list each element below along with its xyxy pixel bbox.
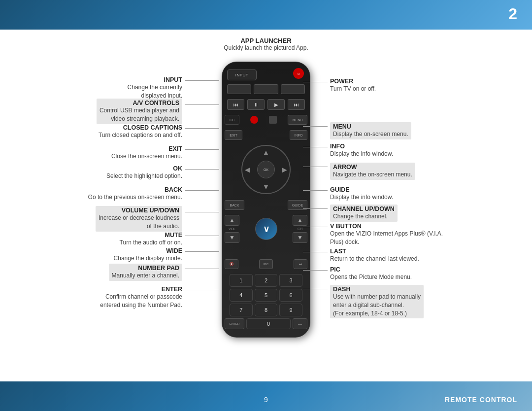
input-ann-line bbox=[185, 80, 219, 81]
channel-ann-desc: Change the channel. bbox=[333, 212, 395, 221]
pause-button[interactable]: ⏸ bbox=[247, 99, 265, 110]
dash-button[interactable]: — bbox=[293, 318, 307, 329]
info-button[interactable]: INFO bbox=[290, 130, 307, 140]
wide-ann-line bbox=[185, 251, 219, 252]
exit-info-row: EXIT INFO bbox=[225, 130, 307, 140]
menu-ann-desc: Display the on-screen menu. bbox=[333, 130, 408, 138]
num-3-button[interactable]: 3 bbox=[279, 274, 302, 287]
cc-row: CC MENU bbox=[225, 115, 307, 125]
annotation-exit: EXIT Close the on-screen menu. bbox=[10, 145, 182, 161]
num-4-button[interactable]: 4 bbox=[230, 289, 253, 302]
back-ann-title: BACK bbox=[10, 186, 182, 193]
menu-button[interactable]: MENU bbox=[288, 115, 307, 125]
numpad-ann-line bbox=[185, 269, 219, 269]
volume-down-button[interactable]: ▼ bbox=[225, 232, 239, 243]
cc-button[interactable]: CC bbox=[225, 115, 239, 125]
pic-ann-line bbox=[303, 270, 328, 271]
guide-ann-title: GUIDE bbox=[330, 186, 507, 193]
exit-ann-title: EXIT bbox=[10, 145, 182, 152]
top-btn-2[interactable] bbox=[254, 84, 278, 94]
app-launcher-desc: Quickly launch the pictured App. bbox=[224, 44, 308, 51]
wide-ann-title: WIDE bbox=[10, 247, 182, 254]
back-button[interactable]: BACK bbox=[225, 200, 244, 210]
input-ann-desc: Change the currentlydisplayed input. bbox=[10, 83, 182, 100]
back-ann-desc: Go to the previous on-screen menu. bbox=[10, 193, 182, 202]
wide-button[interactable]: PIC bbox=[259, 259, 273, 269]
annotation-vbutton: V BUTTON Open the VIZIO Internet Apps Pl… bbox=[330, 223, 507, 246]
ok-ann-title: OK bbox=[10, 165, 182, 172]
dash-ann-line bbox=[303, 289, 328, 289]
num-9-button[interactable]: 9 bbox=[279, 304, 302, 316]
vbutton-ann-line bbox=[303, 227, 328, 227]
volume-up-button[interactable]: ▲ bbox=[225, 215, 239, 226]
cc-ann-title: CLOSED CAPTIONS bbox=[10, 124, 182, 131]
mute-button[interactable]: 🔇 bbox=[225, 259, 238, 269]
last-ann-title: LAST bbox=[330, 248, 507, 255]
stop-button[interactable] bbox=[269, 116, 277, 124]
record-button[interactable] bbox=[250, 116, 258, 124]
power-ann-line bbox=[303, 82, 328, 82]
av-ann-line bbox=[185, 104, 219, 105]
power-button[interactable]: ○ bbox=[293, 68, 304, 79]
num-2-button[interactable]: 2 bbox=[255, 274, 278, 287]
numpad-ann-title: NUMBER PAD bbox=[112, 265, 179, 272]
enter-ann-line bbox=[185, 290, 219, 290]
annotation-volume: VOLUME UP/DOWN Increase or decrease loud… bbox=[10, 206, 182, 232]
av-ann-desc: Control USB media player andvideo stream… bbox=[100, 106, 179, 123]
enter-button[interactable]: ENTER bbox=[225, 318, 244, 329]
last-ann-desc: Return to the channel last viewed. bbox=[330, 255, 507, 263]
annotation-info: INFO Display the info window. bbox=[330, 143, 507, 158]
enter-ann-title: ENTER bbox=[10, 286, 182, 293]
num-6-button[interactable]: 6 bbox=[279, 289, 302, 302]
num-8-button[interactable]: 8 bbox=[255, 304, 278, 316]
playback-row: ⏮ ⏸ ▶ ⏭ bbox=[227, 99, 305, 110]
remote-control-label: REMOTE CONTROL bbox=[445, 396, 517, 404]
mute-ann-title: MUTE bbox=[10, 232, 182, 239]
annotation-guide: GUIDE Display the info window. bbox=[330, 186, 507, 202]
pic-ann-desc: Opens the Picture Mode menu. bbox=[330, 273, 507, 281]
vol-ann-desc: Increase or decrease loudnessof the audi… bbox=[99, 214, 179, 231]
v-button[interactable]: ∨ bbox=[255, 218, 277, 240]
fast-forward-button[interactable]: ⏭ bbox=[288, 99, 305, 110]
arrow-ann-line bbox=[303, 167, 328, 167]
annotation-dash: DASH Use with number pad to manuallyente… bbox=[330, 285, 507, 318]
input-label: INPUT bbox=[235, 73, 249, 77]
exit-button[interactable]: EXIT bbox=[225, 130, 242, 140]
bottom-bar: REMOTE CONTROL 9 bbox=[0, 381, 532, 411]
annotation-cc: CLOSED CAPTIONS Turn closed captions on … bbox=[10, 124, 182, 139]
num-0-button[interactable]: 0 bbox=[246, 318, 291, 329]
channel-down-button[interactable]: ▼ bbox=[293, 232, 307, 243]
arrow-left-button[interactable]: ◀ bbox=[245, 166, 250, 173]
arrow-pad: ▲ ▼ ◀ ▶ OK bbox=[241, 145, 291, 194]
play-button[interactable]: ▶ bbox=[267, 99, 285, 110]
arrow-right-button[interactable]: ▶ bbox=[282, 166, 287, 173]
numpad: 1 2 3 4 5 6 7 8 9 bbox=[230, 274, 302, 316]
info-ann-desc: Display the info window. bbox=[330, 150, 507, 158]
exit-ann-desc: Close the on-screen menu. bbox=[10, 152, 182, 161]
num-7-button[interactable]: 7 bbox=[230, 304, 253, 316]
vol-ann-line bbox=[185, 212, 219, 212]
annotation-power: POWER Turn TV on or off. bbox=[330, 78, 507, 93]
num-1-button[interactable]: 1 bbox=[230, 274, 253, 287]
rewind-button[interactable]: ⏮ bbox=[227, 99, 244, 110]
num-5-button[interactable]: 5 bbox=[255, 289, 278, 302]
mute-row: 🔇 PIC ↩ bbox=[225, 259, 307, 269]
channel-ann-line bbox=[303, 208, 328, 209]
ok-button[interactable]: OK bbox=[257, 161, 275, 178]
av-ann-title: A/V CONTROLS bbox=[100, 100, 179, 106]
top-btn-1[interactable] bbox=[227, 84, 251, 94]
input-button[interactable]: INPUT bbox=[227, 69, 257, 80]
back-ann-line bbox=[185, 190, 219, 191]
info-ann-line bbox=[303, 147, 328, 147]
annotation-pic: PIC Opens the Picture Mode menu. bbox=[330, 266, 507, 281]
menu-ann-title: MENU bbox=[333, 123, 408, 130]
input-ann-title: INPUT bbox=[10, 76, 182, 83]
channel-up-button[interactable]: ▲ bbox=[293, 215, 307, 226]
annotation-mute: MUTE Turn the audio off or on. bbox=[10, 232, 182, 247]
power-ann-title: POWER bbox=[330, 78, 507, 85]
arrow-down-button[interactable]: ▼ bbox=[263, 183, 269, 191]
vol-ann-title: VOLUME UP/DOWN bbox=[99, 207, 179, 214]
top-btn-3[interactable] bbox=[281, 84, 305, 94]
arrow-up-button[interactable]: ▲ bbox=[263, 148, 269, 156]
last-button[interactable]: ↩ bbox=[294, 259, 307, 269]
